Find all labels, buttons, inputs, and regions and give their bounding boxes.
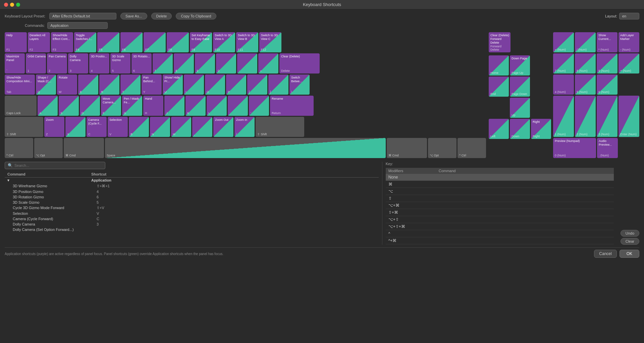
legend-row[interactable]: ⌘ — [386, 181, 614, 188]
table-row[interactable]: Dolly Camera (Set Option Forward...) — [5, 227, 379, 232]
key-f[interactable]: Move Camera... F — [101, 96, 121, 116]
commands-select[interactable]: Application — [47, 22, 108, 29]
key-up[interactable]: Up — [510, 98, 530, 118]
key-num-9[interactable]: 9 (Num) — [597, 53, 618, 74]
key-2[interactable]: Pan Camera 2 — [47, 53, 67, 74]
key-bracket-r[interactable]: ] — [268, 75, 288, 95]
key-apos[interactable]: ' — [249, 96, 269, 116]
key-f5[interactable]: F5 — [97, 32, 119, 52]
key-k[interactable]: K — [185, 96, 206, 116]
key-end[interactable]: End — [489, 77, 509, 97]
key-num-2[interactable]: 2 (Num) — [575, 96, 596, 137]
key-1[interactable]: Orbit Camera 1 — [26, 53, 46, 74]
key-g[interactable]: Pen / Mask Fe... G — [122, 96, 142, 116]
table-row[interactable]: 3D Scale Gizmo 5 — [5, 200, 379, 205]
key-8[interactable]: 8 — [174, 53, 194, 74]
key-7[interactable]: 7 — [153, 53, 173, 74]
cancel-button[interactable]: Cancel — [594, 250, 616, 258]
layout-select[interactable]: en — [619, 13, 639, 19]
key-capslock[interactable]: Caps Lock — [5, 96, 37, 116]
key-v[interactable]: Selection V — [108, 117, 128, 137]
key-4[interactable]: 3D Positio... 4 — [89, 53, 109, 74]
key-s[interactable]: S — [59, 96, 79, 116]
key-pagedown[interactable]: Page Down — [510, 77, 530, 97]
legend-row[interactable]: ⌥ — [386, 188, 614, 195]
legend-row[interactable]: ⇧ — [386, 195, 614, 202]
key-9[interactable]: 9 — [195, 53, 215, 74]
key-u[interactable]: Show/ Hide Pr... U — [163, 75, 183, 95]
key-f2[interactable]: Deselect All Layers F2 — [28, 32, 50, 52]
key-rcmd[interactable]: ⌘ Cmd — [387, 138, 427, 158]
key-num-mul[interactable]: Show Current... * (Num) — [597, 32, 618, 52]
key-o[interactable]: O — [205, 75, 225, 95]
key-f10[interactable]: Switch to 3D View A F10 — [213, 32, 235, 52]
table-row[interactable]: 3D Rotation Gizmo 6 — [5, 194, 379, 200]
key-h[interactable]: Hand H — [143, 96, 163, 116]
key-c[interactable]: Camera (Cycle F... C — [87, 117, 107, 137]
key-num-4[interactable]: 4 (Num) — [553, 75, 574, 95]
key-bracket-l[interactable]: [ — [247, 75, 267, 95]
legend-row[interactable]: ^+⌘ — [386, 237, 614, 244]
legend-row[interactable]: None — [386, 174, 614, 181]
key-f6[interactable]: F6 — [120, 32, 143, 52]
clear-button[interactable]: Clear — [621, 238, 639, 245]
key-down[interactable]: Down — [510, 119, 530, 139]
key-q[interactable]: Shape / Mask (C... Q — [36, 75, 56, 95]
key-3[interactable]: Dolly Camera 3 — [68, 53, 88, 74]
key-0[interactable]: 0 — [216, 53, 236, 74]
key-p[interactable]: P — [226, 75, 246, 95]
key-home[interactable]: Home — [489, 55, 509, 76]
key-t[interactable]: T — [120, 75, 141, 95]
key-delete[interactable]: Clear (Delete) Delete — [279, 53, 320, 74]
key-e[interactable]: E — [78, 75, 98, 95]
table-row[interactable]: Dolly Camera 3 — [5, 222, 379, 227]
table-row[interactable]: Cycle 3D Gizmo Mode Forward ⇧+V — [5, 205, 379, 211]
key-6[interactable]: 3D Rotatio... 6 — [131, 53, 152, 74]
key-tab[interactable]: Show/Hide Composition Mini... Tab — [5, 75, 35, 95]
key-pageup[interactable]: Down Page Page Up — [510, 55, 530, 76]
key-f12[interactable]: Switch to 3D View C F12 — [259, 32, 281, 52]
key-ropt[interactable]: ⌥ Opt — [428, 138, 457, 158]
undo-button[interactable]: Undo — [621, 230, 639, 237]
table-row[interactable]: 3D Position Gizmo 4 — [5, 189, 379, 194]
key-n[interactable]: N — [150, 117, 170, 137]
key-num-5[interactable]: 5 (Num) — [575, 75, 596, 95]
key-w[interactable]: Rotate W — [57, 75, 77, 95]
save-as-button[interactable]: Save As... — [120, 13, 147, 19]
key-rctrl[interactable]: ^ Ctrl — [458, 138, 486, 158]
key-m[interactable]: M — [171, 117, 191, 137]
search-input[interactable] — [14, 163, 98, 167]
key-period[interactable]: Zoom Out . — [213, 117, 233, 137]
key-semi[interactable]: ; — [228, 96, 248, 116]
key-lshift[interactable]: ⇧ Shift — [5, 117, 43, 137]
maximize-button[interactable] — [16, 3, 20, 7]
key-num-sub[interactable]: Add Layer Marker - (Num) — [619, 32, 639, 52]
key-y[interactable]: Pan Behind... Y — [142, 75, 162, 95]
key-f8[interactable]: F8 — [167, 32, 189, 52]
key-b[interactable]: B — [129, 117, 149, 137]
table-row[interactable]: Selection V — [5, 211, 379, 216]
preset-select[interactable]: After Effects Default.txt — [49, 13, 116, 19]
table-body[interactable]: ▾ Application 3D Wireframe Gizmo ⇧+⌘+1 3… — [5, 178, 379, 245]
key-lcmd[interactable]: ⌘ Cmd — [64, 138, 104, 158]
key-a[interactable]: A — [38, 96, 58, 116]
key-lctrl[interactable]: ^ Ctrl — [5, 138, 33, 158]
delete-button[interactable]: Delete — [151, 13, 172, 19]
key-num-7[interactable]: 7 (Num) — [553, 53, 574, 74]
legend-row[interactable]: ⌥+⇧+⌘ — [386, 223, 614, 230]
key-num-1[interactable]: 1 (Num) — [553, 96, 574, 137]
key-l[interactable]: L — [207, 96, 227, 116]
key-num-div[interactable]: / (Num) — [575, 32, 596, 52]
key-f11[interactable]: Switch to 3D View B F11 — [236, 32, 258, 52]
legend-row[interactable]: ⇧+⌘ — [386, 209, 614, 216]
key-r[interactable]: R — [99, 75, 119, 95]
key-num-dot[interactable]: Audio Preview... . (Num) — [597, 138, 618, 158]
key-d[interactable]: D — [80, 96, 100, 116]
legend-row[interactable]: ⌥+⇧ — [386, 216, 614, 223]
key-num-add[interactable]: + (Num) — [619, 53, 639, 74]
ok-button[interactable]: OK — [620, 250, 639, 258]
key-slash[interactable]: Zoom In / — [234, 117, 255, 137]
key-f7[interactable]: F7 — [144, 32, 166, 52]
key-rshift[interactable]: ⇧ Shift — [256, 117, 304, 137]
key-left[interactable]: Left — [489, 119, 509, 139]
